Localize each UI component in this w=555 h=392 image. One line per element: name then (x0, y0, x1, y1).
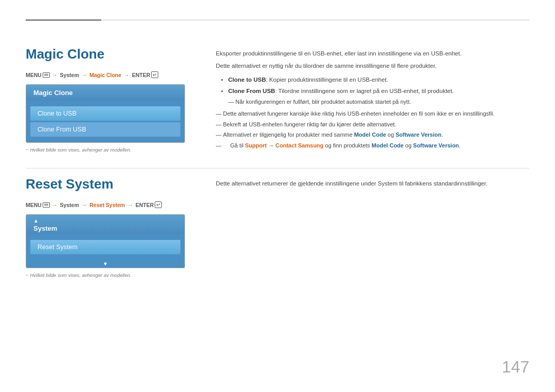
page-number: 147 (502, 358, 529, 377)
path-magic-clone: Magic Clone (89, 72, 121, 78)
menu-label: MENU (26, 72, 42, 78)
note3-mid: og (386, 132, 395, 138)
panel-spacer-bottom (26, 138, 184, 142)
note4-prefix: Gå til (230, 142, 245, 148)
magic-clone-bullets: Clone to USB: Kopier produktinnstillinge… (221, 75, 529, 106)
path-arrow1: → (52, 72, 58, 78)
panel-spacer-top (26, 101, 184, 105)
reset-system-title: Reset System (26, 176, 185, 192)
reset-system-panel: ▲ System Reset System ▼ (26, 214, 185, 268)
bullet2-keyword: Clone From USB (228, 88, 275, 94)
reset-panel-spacer-bottom (26, 256, 184, 260)
note3-kw1: Model Code (354, 132, 386, 138)
section-divider (26, 168, 529, 169)
magic-clone-section: Magic Clone MENU → System → Magic Clone … (26, 46, 529, 163)
note2: Bekreft at USB-enheten fungerer riktig f… (216, 120, 529, 129)
note3-kw2: Software Version (396, 132, 441, 138)
reset-path-enter: ENTER (136, 202, 154, 208)
reset-path-arrow1: → (52, 202, 58, 208)
menu-icon (43, 72, 50, 78)
path-arrow3: → (124, 72, 130, 78)
top-rule (26, 20, 529, 21)
path-system: System (60, 72, 79, 78)
reset-enter-icon: ↵ (155, 201, 162, 208)
reset-system-right: Dette alternativet returnerer de gjelden… (216, 176, 529, 278)
reset-menu-icon (43, 202, 50, 208)
reset-menu-label: MENU (26, 202, 42, 208)
note4-arrow: → (267, 142, 275, 148)
note4-link2: Contact Samsung (275, 142, 324, 148)
magic-clone-menu-path: MENU → System → Magic Clone → ENTER ↵ (26, 71, 185, 78)
note4: Gå til Support → Contact Samsung og finn… (216, 141, 529, 151)
reset-system-section: Reset System MENU → System → Reset Syste… (26, 176, 529, 288)
note3-suffix: . (441, 132, 443, 138)
clone-from-usb-item[interactable]: Clone From USB (30, 122, 180, 137)
bullet1-keyword: Clone to USB (228, 77, 266, 83)
note4-suffix: . (459, 142, 460, 148)
enter-icon: ↵ (151, 71, 158, 78)
magic-clone-left: Magic Clone MENU → System → Magic Clone … (26, 46, 185, 153)
magic-clone-title: Magic Clone (26, 46, 185, 62)
note3: Alternativet er tilgjengelig for produkt… (216, 130, 529, 140)
reset-system-item[interactable]: Reset System (30, 240, 180, 254)
reset-panel-header: ▲ System (26, 215, 184, 234)
magic-clone-panel-note: − Hvilket bilde som vises, avhenger av m… (26, 147, 185, 153)
bullet1-text: : Kopier produktinnstillingene til en US… (266, 77, 388, 83)
note4-mid2: og (403, 142, 413, 148)
panel-arrow-down[interactable]: ▼ (26, 260, 184, 268)
magic-clone-desc1: Eksporter produktinnstillingene til en U… (216, 49, 529, 58)
reset-system-panel-note: − Hvilket bilde som vises, avhenger av m… (26, 272, 185, 278)
clone-to-usb-item[interactable]: Clone to USB (30, 106, 180, 121)
note4-mid: og finn produktets (324, 142, 372, 148)
reset-path-arrow2: → (82, 202, 87, 208)
bullet-clone-from-usb: Clone From USB: Tilordne innstillingene … (221, 86, 529, 106)
note4-link1: Support (245, 142, 267, 148)
bullet2-text: : Tilordne innstillingene som er lagret … (275, 88, 454, 94)
bullet-clone-to-usb: Clone to USB: Kopier produktinnstillinge… (221, 75, 529, 84)
magic-clone-panel: Magic Clone Clone to USB Clone From USB (26, 84, 185, 143)
reset-path-arrow3: → (127, 202, 133, 208)
path-enter: ENTER (132, 72, 151, 78)
note4-kw1: Model Code (372, 142, 403, 148)
panel-header: Magic Clone (26, 85, 184, 101)
note3-prefix: Alternativet er tilgjengelig for produkt… (223, 132, 354, 138)
reset-panel-header-label: System (33, 225, 57, 232)
path-arrow2: → (82, 72, 87, 78)
reset-path-system: System (60, 202, 79, 208)
reset-path-highlight: Reset System (89, 202, 125, 208)
magic-clone-desc2: Dette alternativet er nyttig når du tilo… (216, 61, 529, 70)
sub-note1: Når konfigureringen er fullført, blir pr… (228, 98, 529, 107)
reset-system-left: Reset System MENU → System → Reset Syste… (26, 176, 185, 278)
panel-arrow-up[interactable]: ▲ (33, 217, 39, 225)
reset-panel-spacer-top (26, 234, 184, 238)
reset-system-desc: Dette alternativet returnerer de gjelden… (216, 179, 529, 188)
reset-system-menu-path: MENU → System → Reset System → ENTER ↵ (26, 201, 185, 208)
magic-clone-right: Eksporter produktinnstillingene til en U… (216, 46, 529, 153)
page-container: Magic Clone MENU → System → Magic Clone … (0, 0, 555, 392)
note1: Dette alternativet fungerer kanskje ikke… (216, 109, 529, 119)
note4-kw2: Software Version (413, 142, 459, 148)
content-wrapper: Magic Clone MENU → System → Magic Clone … (26, 31, 529, 288)
